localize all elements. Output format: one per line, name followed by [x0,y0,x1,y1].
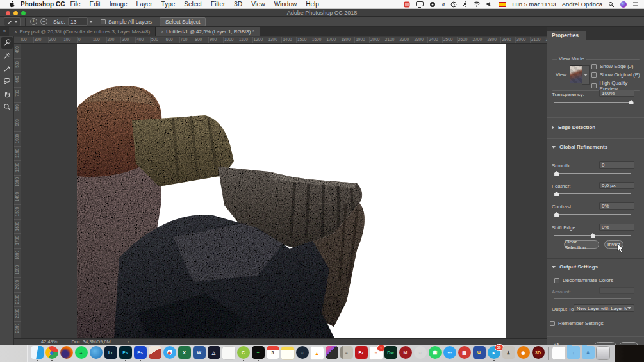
checkbox[interactable] [591,72,597,78]
dock-chrome-icon[interactable]: ◉ [44,346,59,362]
display-icon[interactable] [416,1,424,8]
status-chevron-icon[interactable]: › [128,339,129,345]
menu-help[interactable]: Help [306,1,319,8]
dock-telegram-icon[interactable]: ▸56 [486,346,501,362]
transparency-slider-thumb[interactable] [629,100,634,104]
dock-applications-folder-icon[interactable]: A [581,346,595,362]
remember-settings-option[interactable]: Remember Settings [550,320,604,326]
smooth-slider[interactable] [554,173,631,174]
close-tab-icon[interactable]: × [161,29,163,34]
sample-all-layers-option[interactable]: Sample All Layers [101,19,152,25]
subtract-from-selection-button[interactable]: − [40,18,47,25]
apple-icon[interactable] [6,1,17,8]
menu-window[interactable]: Window [274,1,297,8]
clear-selection-button[interactable]: Clear Selection [564,240,599,249]
dock-dreamweaver-icon[interactable]: Dw [383,346,398,362]
record-icon[interactable] [429,1,436,8]
doc-size-info[interactable]: Doc: 34,3M/59,6M [71,339,110,345]
document-tab-untitled[interactable]: × Untitled-1 @ 42,5% (Layer 1, RGB/8) * [156,27,260,36]
chevron-down-icon[interactable] [89,21,93,23]
dock-calendar-icon[interactable]: 5 [265,346,280,362]
volume-icon[interactable] [486,1,493,8]
decontaminate-colors-option[interactable]: Decontaminate Colors [554,277,613,283]
spain-flag-icon[interactable] [499,1,506,8]
dock-camtasia-icon[interactable]: C [236,346,251,362]
dock-filezilla-icon[interactable]: Fz [354,346,368,362]
feather-slider[interactable] [554,193,631,194]
transparency-slider[interactable] [554,102,631,103]
tab-overflow-icon[interactable]: » [3,28,5,34]
contrast-slider[interactable] [554,214,631,215]
bluetooth-icon[interactable] [463,1,467,8]
menu-edit[interactable]: Edit [90,1,101,8]
zoom-level[interactable]: 42,49% [41,339,57,345]
transparency-value[interactable]: 100% [599,90,634,97]
dock-pages-stack-icon[interactable] [221,346,236,362]
notification-center-icon[interactable] [632,1,639,8]
brush-size-input[interactable]: 13 [68,17,88,26]
decontaminate-colors-checkbox[interactable] [554,278,559,283]
dock-reminders-icon[interactable]: ≡1 [368,346,383,362]
menu-file[interactable]: File [70,1,80,8]
dock-documents-stack-icon[interactable] [551,346,566,362]
dock-lightroom-icon[interactable]: Lr [103,346,118,362]
close-tab-icon[interactable]: × [14,29,17,34]
global-refinements-section[interactable]: Global Refinements [552,144,607,150]
dock-messenger-icon[interactable]: ⋯ [442,346,457,362]
add-to-selection-button[interactable]: + [30,18,37,25]
dock-radio-app-icon[interactable]: ▤ [457,346,472,362]
dock-figure-app-icon[interactable]: ♟ [501,346,516,362]
dock-blender-icon[interactable]: ◉ [516,346,531,362]
dock-activity-monitor-icon[interactable]: ~ [251,346,265,362]
shift-edge-slider[interactable] [554,235,631,236]
dock-notes-icon[interactable] [280,346,295,362]
dock-whatsapp-icon[interactable]: ☎ [427,346,442,362]
view-thumbnail[interactable] [570,65,582,83]
checkbox[interactable] [591,83,597,88]
clock-icon[interactable] [450,1,457,8]
parallels-icon[interactable] [404,1,410,8]
document-canvas[interactable] [77,44,506,338]
refine-edge-brush-tool[interactable] [1,50,13,62]
search-icon[interactable] [608,1,615,8]
dock-final-cut-icon[interactable] [324,346,339,362]
view-option-show-original-p-[interactable]: Show Original (P) [591,72,640,78]
dock-downloads-folder-icon[interactable]: ↓ [566,346,581,362]
dock-vlc-icon[interactable]: ▲ [310,346,324,362]
lasso-tool[interactable] [1,76,13,87]
siri-icon[interactable] [620,1,627,8]
menu-select[interactable]: Select [184,1,202,8]
dock-daz-3d-icon[interactable]: 3D [531,346,545,362]
dock-dark-media-app-icon[interactable]: △ [206,346,221,362]
wacom-icon[interactable]: a [442,1,445,8]
sample-all-layers-checkbox[interactable] [101,19,106,24]
select-subject-button[interactable]: Select Subject [160,17,206,26]
menu-layer[interactable]: Layer [136,1,153,8]
shift-edge-value[interactable]: 0% [599,224,634,231]
view-option-show-edge-j-[interactable]: Show Edge (J) [591,63,633,69]
contrast-value[interactable]: 0% [599,202,634,210]
menu-view[interactable]: View [251,1,265,8]
properties-tab[interactable]: Properties [547,31,586,40]
dock-mamp-icon[interactable]: M [398,346,413,362]
brush-tool[interactable] [1,63,13,74]
dock-thunderbird-icon[interactable] [88,346,103,362]
feather-value[interactable]: 0,0 px [599,182,634,189]
dock-steam-icon[interactable]: ○ [295,346,310,362]
menu-3d[interactable]: 3D [234,1,242,8]
dock-word-icon[interactable]: W [192,346,206,362]
dock-safari-icon[interactable]: ◈ [162,346,177,362]
dock-fingerprint-app-icon[interactable]: ◌ [413,346,427,362]
contrast-slider-thumb[interactable] [554,212,559,217]
dock-firefox-icon[interactable] [59,346,74,362]
menu-bar-clock[interactable]: Lun 5 mar 11:03 [512,1,556,8]
quick-selection-tool[interactable] [1,37,13,49]
zoom-tool[interactable] [1,101,13,113]
dock-excel-icon[interactable]: X [177,346,192,362]
view-dropdown-button[interactable] [582,65,590,85]
output-settings-section[interactable]: Output Settings [552,264,598,270]
brush-preset-picker[interactable] [4,17,21,26]
dock-finder-icon[interactable] [29,346,44,362]
remember-settings-checkbox[interactable] [550,321,555,326]
dock-photoshop-cc-icon[interactable]: Ps [118,346,133,362]
